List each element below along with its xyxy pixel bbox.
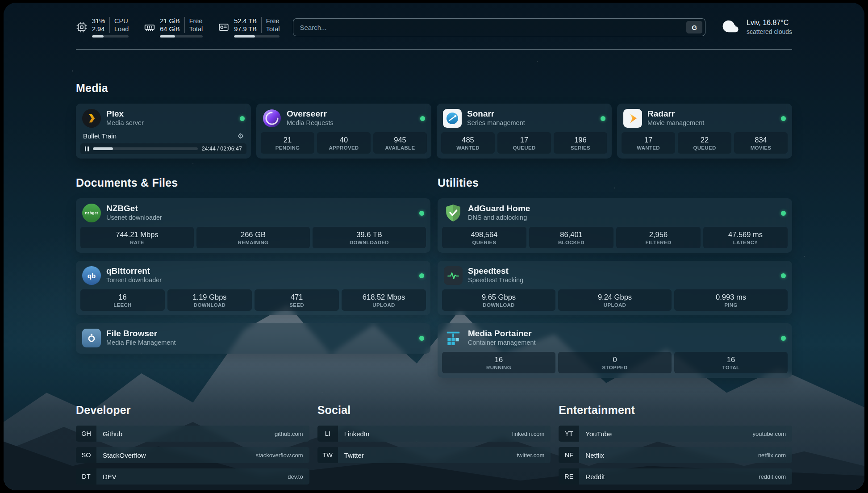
- gear-icon[interactable]: ⚙: [238, 133, 244, 140]
- topbar-divider: [76, 49, 792, 50]
- status-dot: [601, 116, 605, 121]
- topbar: 31% CPU 2.94 Load: [76, 15, 792, 39]
- cpu-usage-value: 31%: [92, 17, 109, 25]
- section-title-utilities: Utilities: [438, 176, 792, 189]
- stat-value: 16: [676, 355, 786, 364]
- stat-block: 266 GB REMAINING: [196, 227, 310, 248]
- bookmark-abbr: DT: [76, 468, 96, 485]
- stat-value: 0: [560, 355, 670, 364]
- service-card-overseerr[interactable]: Overseerr Media Requests 21 PENDING: [256, 104, 431, 159]
- bookmark-netflix[interactable]: NF Netflix netflix.com: [559, 447, 792, 463]
- qbittorrent-icon: qb: [82, 266, 101, 285]
- stat-block: 945 AVAILABLE: [373, 132, 427, 154]
- pause-icon[interactable]: [85, 146, 89, 151]
- stat-value: 945: [375, 135, 425, 145]
- stat-label: FILTERED: [618, 240, 699, 245]
- memory-total-value: 64 GiB: [160, 25, 184, 33]
- bookmark-url: reddit.com: [759, 473, 786, 480]
- stat-value: 16: [444, 355, 554, 364]
- stat-label: DOWNLOADED: [314, 240, 424, 245]
- cpu-icon: [76, 21, 88, 33]
- bookmark-abbr: NF: [559, 447, 579, 463]
- stat-value: 834: [736, 135, 786, 145]
- portainer-icon: [444, 329, 463, 347]
- disk-readout: 52.4 TB Free 97.9 TB Total: [234, 17, 280, 38]
- disk-free-value: 52.4 TB: [234, 17, 261, 25]
- stat-value: 0.993 ms: [676, 292, 786, 302]
- stat-value: 21: [263, 135, 313, 145]
- stat-block: 196 SERIES: [554, 132, 607, 154]
- bookmark-name: LinkedIn: [344, 430, 370, 438]
- weather-location: Lviv, 16.87°C: [747, 18, 792, 27]
- memory-progress-fill: [160, 35, 175, 38]
- service-card-portainer[interactable]: Media Portainer Container management 16 …: [438, 323, 792, 378]
- sonarr-icon: [443, 109, 462, 128]
- now-playing-title: Bullet Train: [83, 132, 117, 140]
- bookmark-abbr: YT: [559, 426, 579, 442]
- search-input[interactable]: [300, 24, 686, 31]
- service-card-nzbget[interactable]: nzbget NZBGet Usenet downloader 744.21 M…: [76, 198, 430, 253]
- bookmark-dev[interactable]: DT DEV dev.to: [76, 468, 309, 485]
- bookmark-github[interactable]: GH Github github.com: [76, 426, 309, 442]
- service-card-speedtest[interactable]: Speedtest Speedtest Tracking 9.65 Gbps D…: [438, 261, 792, 315]
- memory-widget: 21 GiB Free 64 GiB Total: [144, 17, 203, 38]
- bookmark-name: Netflix: [585, 451, 604, 459]
- service-card-sonarr[interactable]: Sonarr Series management 485 WANTED: [437, 104, 612, 159]
- bookmark-group-developer: Developer GH Github github.com SO StackO…: [76, 404, 309, 490]
- bookmark-linkedin[interactable]: LI LinkedIn linkedin.com: [317, 426, 551, 442]
- stat-value: 744.21 Mbps: [82, 230, 192, 239]
- service-card-plex[interactable]: Plex Media server Bullet Train ⚙: [76, 104, 251, 159]
- service-card-radarr[interactable]: Radarr Movie management 17 WANTED: [617, 104, 792, 159]
- stat-block: 0 STOPPED: [558, 352, 672, 373]
- service-card-filebrowser[interactable]: File Browser Media File Management: [76, 323, 430, 354]
- memory-readout: 21 GiB Free 64 GiB Total: [160, 17, 203, 38]
- stat-label: TOTAL: [676, 365, 786, 370]
- bookmark-youtube[interactable]: YT YouTube youtube.com: [559, 426, 792, 442]
- stat-label: RATE: [82, 240, 192, 245]
- service-description: Media File Management: [106, 338, 176, 347]
- cpu-progress-fill: [92, 35, 104, 38]
- stat-block: 618.52 Mbps UPLOAD: [342, 289, 426, 311]
- bookmark-reddit[interactable]: RE Reddit reddit.com: [559, 468, 792, 485]
- stat-block: 17 WANTED: [622, 132, 675, 154]
- service-description: Media Requests: [287, 118, 334, 128]
- bookmark-twitter[interactable]: TW Twitter twitter.com: [317, 447, 551, 463]
- bookmark-group-entertainment: Entertainment YT YouTube youtube.com NF …: [559, 404, 792, 490]
- stat-block: 2,956 FILTERED: [616, 227, 701, 248]
- search-bar: G: [293, 18, 705, 36]
- overseerr-icon: [263, 109, 281, 128]
- service-name: Overseerr: [287, 109, 334, 118]
- status-dot: [781, 116, 786, 121]
- stat-label: UPLOAD: [560, 302, 670, 308]
- stat-label: PENDING: [263, 145, 313, 150]
- stat-block: 21 PENDING: [261, 132, 314, 154]
- service-name: Radarr: [647, 109, 704, 118]
- cpu-readout: 31% CPU 2.94 Load: [92, 17, 129, 38]
- status-dot: [781, 273, 786, 278]
- stat-label: SEED: [256, 302, 337, 308]
- stat-value: 40: [319, 135, 369, 145]
- service-card-qbittorrent[interactable]: qb qBittorrent Torrent downloader 16: [76, 261, 430, 315]
- radarr-icon: [623, 109, 642, 128]
- stat-value: 17: [623, 135, 673, 145]
- cpu-usage-label: CPU: [109, 17, 129, 25]
- bookmark-group-social: Social LI LinkedIn linkedin.com TW Twitt…: [317, 404, 551, 490]
- search-provider-button[interactable]: G: [686, 21, 702, 33]
- stat-label: DOWNLOAD: [444, 302, 554, 308]
- disk-widget: 52.4 TB Free 97.9 TB Total: [218, 17, 280, 38]
- service-name: Media Portainer: [468, 329, 536, 338]
- service-card-adguard[interactable]: AdGuard Home DNS and adblocking 498,564 …: [438, 198, 792, 253]
- service-description: Usenet downloader: [106, 213, 162, 222]
- cpu-load-label: Load: [109, 25, 129, 33]
- speedtest-icon: [444, 266, 463, 285]
- cloud-icon: [721, 17, 741, 37]
- stat-value: 498,564: [444, 230, 525, 239]
- bookmark-abbr: RE: [559, 468, 579, 485]
- bookmark-stackoverflow[interactable]: SO StackOverflow stackoverflow.com: [76, 447, 309, 463]
- service-name: Sonarr: [467, 109, 525, 118]
- cpu-widget: 31% CPU 2.94 Load: [76, 17, 129, 38]
- status-dot: [781, 211, 786, 216]
- stat-label: WANTED: [623, 145, 673, 150]
- stat-value: 17: [499, 135, 549, 145]
- stat-value: 22: [680, 135, 730, 145]
